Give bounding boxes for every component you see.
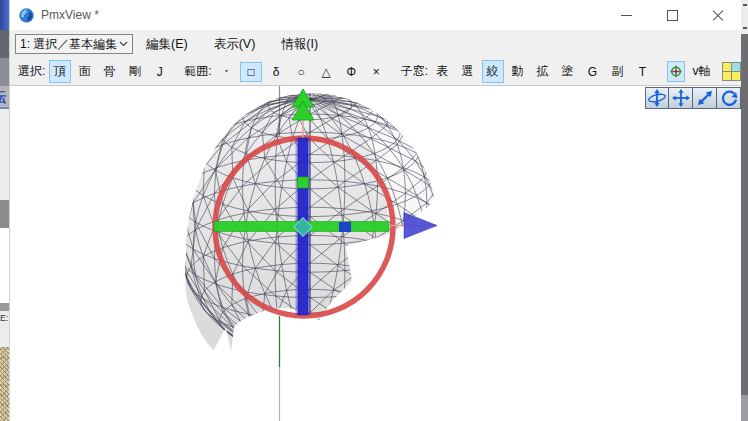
menubar: 1: 選択／基本編集 編集(E) 表示(V) 情報(I)	[10, 30, 741, 58]
subwin-motion-button[interactable]: 動	[507, 60, 529, 83]
zoom-dolly-button[interactable]	[693, 87, 717, 109]
edit-mode-value: 1: 選択／基本編集	[20, 36, 119, 53]
range-circle-button[interactable]: ○	[290, 62, 312, 82]
minimize-button[interactable]	[603, 0, 649, 30]
range-rect-button[interactable]: □	[240, 62, 262, 82]
v-axis-button[interactable]: v軸	[688, 60, 710, 83]
gizmo-y-handle[interactable]	[298, 177, 309, 188]
subwin-paint-button[interactable]: 塗	[557, 60, 579, 83]
toolbar: 選択: 頂 面 骨 剛 J 範囲: ・ □ δ ○ △ Φ × 子窓: 表 選 …	[10, 58, 741, 86]
behind-titlebar-fragment	[0, 0, 9, 30]
quad-view-icon	[722, 62, 741, 81]
roll-rotate-icon	[720, 89, 738, 107]
zoom-dolly-icon	[696, 89, 714, 107]
subwin-select-button[interactable]: 選	[457, 60, 479, 83]
window-title: PmxView *	[41, 8, 603, 22]
axis-gizmo-icon	[670, 63, 682, 80]
minimize-icon	[621, 15, 632, 16]
close-button[interactable]	[695, 0, 741, 30]
select-group-label: 選択:	[18, 63, 45, 80]
screen: 転 E: PmxView *	[0, 0, 748, 421]
subwin-g-button[interactable]: G	[582, 62, 604, 82]
quad-view-button[interactable]	[723, 60, 741, 83]
orbit-rotate-button[interactable]	[645, 87, 669, 109]
range-phi-button[interactable]: Φ	[340, 62, 362, 82]
pan-icon	[672, 89, 690, 107]
subwin-expand-button[interactable]: 拡	[532, 60, 554, 83]
range-delta-button[interactable]: δ	[265, 62, 287, 82]
titlebar[interactable]: PmxView *	[10, 0, 741, 30]
select-bone-button[interactable]: 骨	[99, 60, 121, 83]
gizmo-x-handle[interactable]	[339, 222, 351, 232]
menu-edit[interactable]: 編集(E)	[133, 32, 201, 57]
range-dot-button[interactable]: ・	[215, 60, 237, 83]
select-rigid-button[interactable]: 剛	[124, 60, 146, 83]
close-icon	[712, 9, 724, 21]
menu-info[interactable]: 情報(I)	[268, 32, 331, 57]
maximize-icon	[667, 10, 678, 21]
edit-mode-dropdown[interactable]: 1: 選択／基本編集	[15, 34, 133, 54]
texture-fragment	[0, 347, 9, 421]
subwin-sub-button[interactable]: 副	[607, 60, 629, 83]
menu-view[interactable]: 表示(V)	[201, 32, 269, 57]
app-icon	[18, 7, 35, 24]
pmxview-window: PmxView * 1: 選択／基本編集 編集(E) 表示(V) 情報(I) 選…	[9, 0, 741, 421]
select-joint-button[interactable]: J	[149, 62, 171, 82]
scene-canvas[interactable]	[10, 86, 741, 421]
chevron-down-icon	[119, 41, 128, 47]
clipped-kanji-fragment: 転	[0, 86, 9, 107]
select-vertex-button[interactable]: 頂	[49, 60, 71, 83]
gizmo-up-arrow[interactable]	[292, 89, 314, 120]
gizmo-right-arrow[interactable]	[404, 213, 437, 239]
subwindow-group-label: 子窓:	[401, 63, 428, 80]
view-nav-buttons	[645, 87, 741, 109]
subwin-t-button[interactable]: T	[632, 62, 654, 82]
subwin-filter-button[interactable]: 絞	[482, 60, 504, 83]
orbit-rotate-icon	[647, 89, 667, 107]
subwin-view-button[interactable]: 表	[432, 60, 454, 83]
range-group-label: 範囲:	[184, 63, 211, 80]
background-window-right-strip	[741, 0, 748, 421]
clipped-label-fragment: E:	[0, 311, 9, 347]
pan-button[interactable]	[669, 87, 693, 109]
roll-rotate-button[interactable]	[717, 87, 741, 109]
select-face-button[interactable]: 面	[74, 60, 96, 83]
range-cross-button[interactable]: ×	[365, 62, 387, 82]
range-triangle-button[interactable]: △	[315, 62, 337, 82]
background-window-left-strip: 転 E:	[0, 0, 9, 421]
viewport-3d[interactable]	[10, 86, 741, 421]
maximize-button[interactable]	[649, 0, 695, 30]
gizmo-toggle-button[interactable]	[667, 61, 685, 82]
